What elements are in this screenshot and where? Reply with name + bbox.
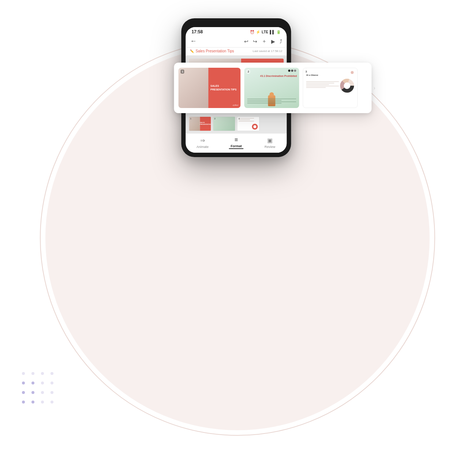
undo-button[interactable]: ↩ [244,38,248,44]
panel-slide-2[interactable]: 2 #3.1 Discrimination Prohibited [244,68,299,108]
slide-1-number: 1 [180,70,184,74]
slide-panel-popup: 1 SALES PRESENTATION TIPS zylker 2 #3.1 … [174,63,371,113]
slide-2-color-dots [288,70,296,72]
thumbnail-3[interactable]: 3 [237,116,259,131]
tab-format[interactable]: ≡ Format [219,137,253,149]
thumb-2-image [213,117,235,131]
review-icon: ▣ [267,137,273,144]
status-time: 17:58 [191,29,203,34]
slide-3-donut-chart [340,78,354,93]
status-icons: ⏰ ⚡ LTE ▌▌ 🔋 [250,30,281,34]
phone-mockup: 1 SALES PRESENTATION TIPS zylker 2 #3.1 … [181,18,298,157]
alarm-icon: ⏰ [250,30,254,34]
redo-button[interactable]: ↪ [253,38,257,44]
review-label: Review [265,145,276,149]
toolbar: ← ↩ ↪ ＋ ▶ ⤴ [186,36,287,48]
slide-3-accent-dot [351,71,354,74]
doc-saved: Last saved at 17:58:12 [253,49,282,53]
phone-notch [221,23,251,25]
slide-1-red-box: SALES PRESENTATION TIPS [208,68,240,108]
doc-title-bar: Sales Presentation Tips Last saved at 17… [186,48,287,56]
format-label: Format [231,144,242,148]
slide-3-title: At a Glance [306,74,354,76]
tab-review[interactable]: ▣ Review [253,137,287,149]
slide-1-bg [178,68,209,108]
add-button[interactable]: ＋ [262,38,267,45]
slide-1-title: SALES PRESENTATION TIPS [210,84,238,92]
lte-icon: LTE [262,30,268,34]
slide-2-lines [247,98,296,104]
play-button[interactable]: ▶ [271,38,275,44]
tab-bar: ⇒ Animate ≡ Format ▣ Review [186,133,287,153]
thumb-3-line-1 [239,118,254,119]
share-button[interactable]: ⤴ [280,38,282,44]
format-icon: ≡ [235,137,238,143]
slide-3-lines [306,81,339,89]
thumbnail-2[interactable]: 2 [213,116,235,131]
panel-slide-3[interactable]: 3 At a Glance [303,68,358,108]
signal-icon: ▌▌ [270,30,275,34]
slide-3-number: 3 [305,70,307,73]
panel-slide-1[interactable]: 1 SALES PRESENTATION TIPS zylker [178,68,240,108]
doc-title: Sales Presentation Tips [190,49,234,53]
thumb-2-number: 2 [214,118,215,120]
status-bar: 17:58 ⏰ ⚡ LTE ▌▌ 🔋 [186,27,287,36]
battery-icon: 🔋 [276,30,281,34]
panel-arrow-icon: › [374,85,375,91]
back-button[interactable]: ← [190,37,197,45]
thumb-3-content [237,117,259,131]
bluetooth-icon: ⚡ [256,30,260,34]
slide-1-brand: zylker [233,104,239,106]
tab-active-indicator [229,148,243,149]
thumb-1-number: 1 [190,118,191,120]
thumbnail-1[interactable]: 1 SALES PRESENTATION [188,116,211,131]
animate-icon: ⇒ [200,137,205,144]
toolbar-icons: ↩ ↪ ＋ ▶ ⤴ [244,38,282,45]
thumb-3-donut [252,124,258,130]
tab-animate[interactable]: ⇒ Animate [186,137,219,149]
thumb-3-line-3 [239,121,254,122]
thumbnail-strip: 1 SALES PRESENTATION 2 3 [186,115,287,133]
thumb-3-number: 3 [238,118,239,120]
thumb-1-red-box: SALES PRESENTATION [200,117,211,131]
dot-grid-decoration [22,372,53,410]
slide-2-title: #3.1 Discrimination Prohibited [260,74,297,78]
thumb-3-line-2 [239,119,250,120]
animate-label: Animate [197,145,209,149]
slide-2-number: 2 [246,70,250,74]
thumb-1-text: SALES PRESENTATION [200,122,211,126]
